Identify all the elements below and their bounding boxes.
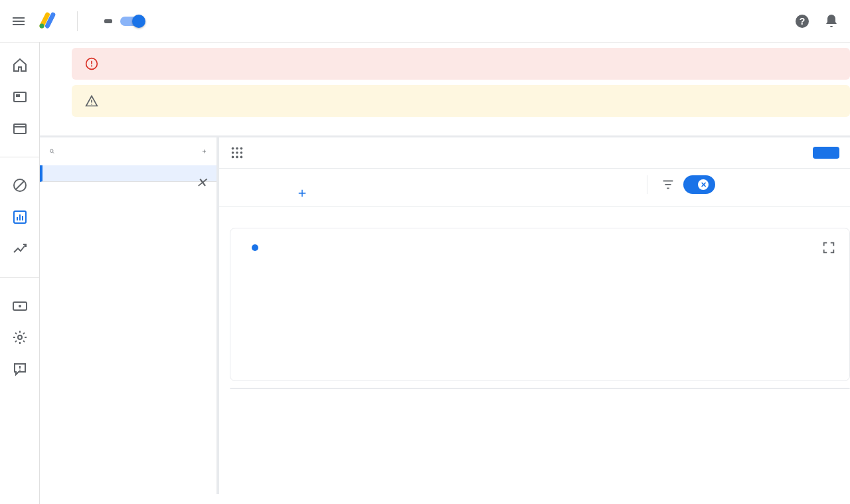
chart-area bbox=[244, 259, 836, 372]
adsense-logo-icon bbox=[37, 12, 56, 31]
close-icon[interactable]: ✕ bbox=[196, 175, 207, 191]
svg-point-35 bbox=[240, 156, 243, 159]
svg-line-8 bbox=[16, 181, 24, 189]
svg-rect-12 bbox=[22, 216, 23, 220]
apps-grid-icon[interactable] bbox=[230, 145, 244, 160]
then-label bbox=[296, 175, 312, 181]
nav-optimization-icon[interactable] bbox=[12, 241, 28, 257]
legend-dot bbox=[252, 244, 258, 251]
beta-toggle[interactable] bbox=[120, 17, 143, 26]
notifications-icon[interactable] bbox=[823, 13, 839, 29]
save-button[interactable] bbox=[813, 147, 839, 159]
svg-point-17 bbox=[19, 370, 21, 371]
search-icon bbox=[49, 144, 55, 159]
svg-rect-5 bbox=[14, 124, 26, 133]
brand[interactable] bbox=[37, 12, 61, 31]
search-reports-input[interactable] bbox=[62, 145, 195, 157]
nav-home-icon[interactable] bbox=[12, 57, 28, 73]
svg-point-20 bbox=[91, 65, 92, 66]
svg-line-24 bbox=[53, 152, 54, 153]
menu-icon[interactable] bbox=[11, 13, 27, 29]
nav-block-icon[interactable] bbox=[12, 177, 28, 193]
svg-point-14 bbox=[19, 305, 21, 307]
chart-card bbox=[230, 228, 850, 381]
nav-sites-icon[interactable] bbox=[12, 121, 28, 137]
svg-text:?: ? bbox=[800, 16, 806, 27]
svg-point-15 bbox=[18, 335, 22, 339]
svg-point-27 bbox=[232, 147, 234, 150]
data-table bbox=[230, 388, 850, 389]
nav-ads-icon[interactable] bbox=[12, 89, 28, 105]
nav-payments-icon[interactable] bbox=[12, 297, 28, 313]
alert-seller-json bbox=[72, 85, 850, 117]
filter-input[interactable] bbox=[723, 179, 839, 190]
date-range-picker bbox=[40, 117, 850, 135]
beta-badge bbox=[104, 19, 112, 23]
svg-point-22 bbox=[91, 104, 92, 105]
nav-reports-icon[interactable] bbox=[12, 209, 28, 225]
filter-icon[interactable] bbox=[661, 177, 675, 192]
svg-point-29 bbox=[240, 147, 243, 150]
svg-point-31 bbox=[236, 151, 238, 154]
breakdown-label bbox=[230, 175, 270, 181]
reports-sidebar: ✕ bbox=[40, 137, 219, 494]
add-breakdown-button[interactable] bbox=[296, 187, 312, 199]
svg-point-34 bbox=[236, 156, 238, 159]
svg-rect-10 bbox=[17, 217, 18, 220]
alert-earnings-risk bbox=[72, 48, 850, 80]
report-main: ✕ bbox=[219, 137, 850, 494]
nav-settings-icon[interactable] bbox=[12, 329, 28, 345]
remove-filter-icon[interactable]: ✕ bbox=[698, 179, 709, 190]
help-icon[interactable]: ? bbox=[794, 13, 810, 29]
svg-rect-11 bbox=[19, 214, 21, 220]
svg-rect-4 bbox=[16, 94, 20, 97]
left-nav-rail bbox=[0, 42, 40, 504]
app-header: ? bbox=[0, 0, 850, 42]
svg-point-33 bbox=[232, 156, 234, 159]
add-report-icon[interactable] bbox=[201, 144, 207, 159]
svg-point-30 bbox=[232, 151, 234, 154]
error-icon bbox=[85, 57, 98, 70]
divider bbox=[77, 11, 78, 31]
report-item-unsaved[interactable]: ✕ bbox=[40, 165, 216, 182]
svg-point-0 bbox=[40, 23, 44, 28]
svg-point-32 bbox=[240, 151, 243, 154]
svg-point-28 bbox=[236, 147, 238, 150]
svg-point-23 bbox=[50, 149, 54, 153]
filter-chip-verified-site[interactable]: ✕ bbox=[683, 175, 715, 194]
expand-icon[interactable] bbox=[821, 240, 836, 255]
warning-icon bbox=[85, 94, 98, 108]
nav-feedback-icon[interactable] bbox=[12, 361, 28, 377]
